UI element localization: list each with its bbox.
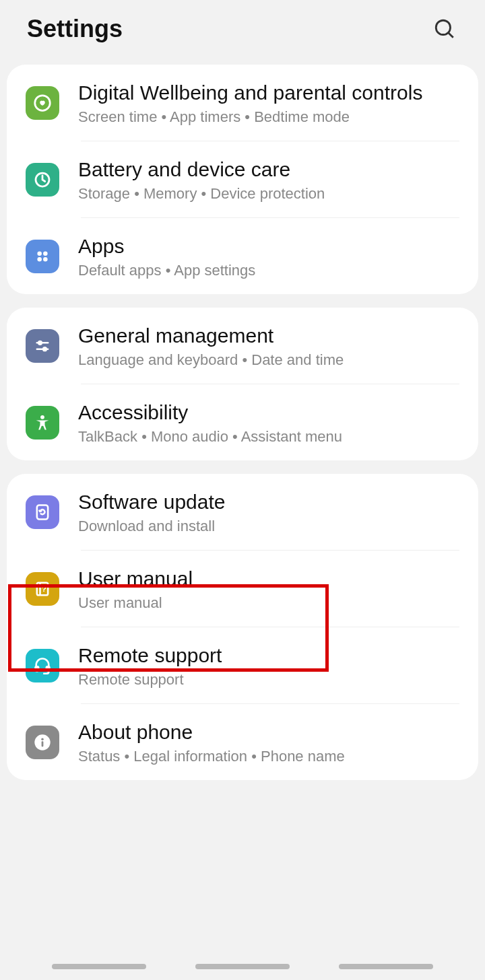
svg-rect-13 bbox=[37, 505, 48, 519]
svg-point-12 bbox=[40, 415, 44, 419]
settings-group: Software update Download and install ? U… bbox=[7, 474, 478, 780]
settings-item-software-update[interactable]: Software update Download and install bbox=[7, 474, 478, 550]
nav-recents[interactable] bbox=[52, 964, 146, 969]
settings-group: Digital Wellbeing and parental controls … bbox=[7, 65, 478, 294]
settings-item-remote-support[interactable]: Remote support Remote support bbox=[7, 627, 478, 703]
page-title: Settings bbox=[27, 15, 123, 43]
settings-item-apps[interactable]: Apps Default apps • App settings bbox=[7, 218, 478, 294]
item-subtitle: Remote support bbox=[78, 671, 459, 689]
update-icon bbox=[26, 495, 59, 529]
nav-home[interactable] bbox=[195, 964, 290, 969]
settings-item-battery-care[interactable]: Battery and device care Storage • Memory… bbox=[7, 141, 478, 217]
item-content: User manual User manual bbox=[78, 565, 459, 612]
wellbeing-icon bbox=[26, 86, 59, 120]
item-content: About phone Status • Legal information •… bbox=[78, 719, 459, 765]
item-subtitle: Status • Legal information • Phone name bbox=[78, 748, 459, 765]
svg-point-6 bbox=[37, 257, 42, 262]
manual-icon: ? bbox=[26, 572, 59, 606]
settings-item-general-management[interactable]: General management Language and keyboard… bbox=[7, 308, 478, 384]
search-button[interactable] bbox=[431, 15, 458, 42]
item-subtitle: Storage • Memory • Device protection bbox=[78, 185, 459, 203]
svg-line-1 bbox=[449, 33, 453, 38]
item-subtitle: Screen time • App timers • Bedtime mode bbox=[78, 108, 459, 126]
item-title: User manual bbox=[78, 565, 459, 592]
settings-header: Settings bbox=[0, 0, 485, 58]
settings-group: General management Language and keyboard… bbox=[7, 308, 478, 460]
headset-icon bbox=[26, 649, 59, 682]
item-title: Accessibility bbox=[78, 399, 459, 425]
item-title: About phone bbox=[78, 719, 459, 745]
item-content: Remote support Remote support bbox=[78, 642, 459, 689]
item-subtitle: Download and install bbox=[78, 518, 459, 535]
item-subtitle: User manual bbox=[78, 594, 459, 612]
item-title: Remote support bbox=[78, 642, 459, 668]
battery-icon bbox=[26, 163, 59, 197]
settings-item-user-manual[interactable]: ? User manual User manual bbox=[7, 551, 478, 627]
item-subtitle: Default apps • App settings bbox=[78, 262, 459, 279]
sliders-icon bbox=[26, 329, 59, 363]
svg-text:?: ? bbox=[42, 584, 46, 592]
settings-item-about-phone[interactable]: About phone Status • Legal information •… bbox=[7, 704, 478, 780]
nav-back[interactable] bbox=[339, 964, 433, 969]
apps-icon bbox=[26, 240, 59, 273]
info-icon bbox=[26, 726, 59, 759]
item-content: Apps Default apps • App settings bbox=[78, 233, 459, 279]
item-subtitle: TalkBack • Mono audio • Assistant menu bbox=[78, 428, 459, 446]
item-title: General management bbox=[78, 322, 459, 349]
svg-point-11 bbox=[43, 347, 46, 351]
item-content: Battery and device care Storage • Memory… bbox=[78, 156, 459, 203]
accessibility-icon bbox=[26, 406, 59, 440]
settings-item-digital-wellbeing[interactable]: Digital Wellbeing and parental controls … bbox=[7, 65, 478, 141]
svg-point-4 bbox=[37, 251, 42, 256]
item-content: General management Language and keyboard… bbox=[78, 322, 459, 369]
item-content: Digital Wellbeing and parental controls … bbox=[78, 79, 459, 126]
svg-point-20 bbox=[41, 738, 44, 740]
item-title: Apps bbox=[78, 233, 459, 259]
search-icon bbox=[433, 18, 456, 40]
settings-item-accessibility[interactable]: Accessibility TalkBack • Mono audio • As… bbox=[7, 384, 478, 460]
svg-point-7 bbox=[43, 257, 48, 262]
svg-rect-18 bbox=[46, 666, 50, 671]
item-title: Battery and device care bbox=[78, 156, 459, 182]
item-content: Software update Download and install bbox=[78, 489, 459, 535]
navigation-bar bbox=[0, 953, 485, 980]
svg-point-0 bbox=[436, 20, 450, 34]
item-subtitle: Language and keyboard • Date and time bbox=[78, 351, 459, 369]
item-title: Software update bbox=[78, 489, 459, 515]
svg-point-5 bbox=[43, 251, 48, 256]
svg-rect-21 bbox=[42, 741, 44, 746]
item-title: Digital Wellbeing and parental controls bbox=[78, 79, 459, 106]
svg-point-9 bbox=[38, 341, 42, 345]
svg-rect-17 bbox=[36, 666, 39, 671]
item-content: Accessibility TalkBack • Mono audio • As… bbox=[78, 399, 459, 446]
